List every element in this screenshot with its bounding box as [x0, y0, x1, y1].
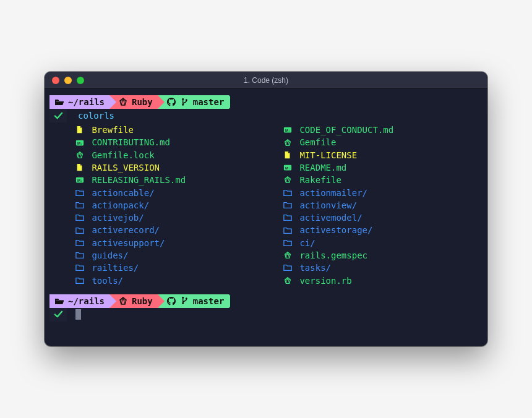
- file-name: Gemfile.lock: [87, 149, 155, 161]
- folder-open-icon: [54, 97, 64, 107]
- list-item: activejob/: [73, 211, 275, 224]
- list-item: version.rb: [281, 275, 483, 287]
- file-name: RAILS_VERSION: [87, 161, 160, 174]
- list-item: actioncable/: [73, 187, 275, 199]
- file-name: MIT-LICENSE: [294, 149, 357, 161]
- folder-icon: [281, 226, 294, 235]
- md-icon: [281, 163, 294, 172]
- list-item: tasks/: [281, 262, 483, 274]
- file-name: activestorage/: [294, 224, 372, 236]
- folder-icon: [281, 189, 294, 197]
- gem-icon: [118, 296, 128, 306]
- branch-icon: [180, 296, 189, 305]
- command-text: colorls: [78, 109, 114, 122]
- list-item: MIT-LICENSE: [281, 149, 483, 161]
- prompt-ruby: Ruby: [132, 295, 153, 307]
- file-name: actionview/: [294, 199, 357, 211]
- gem-icon: [73, 151, 87, 160]
- cursor: [75, 309, 81, 320]
- folder-icon: [73, 263, 87, 272]
- folder-icon: [73, 251, 87, 260]
- file-name: tasks/: [294, 262, 331, 274]
- check-icon: [49, 308, 67, 322]
- folder-icon: [281, 213, 294, 222]
- terminal-body[interactable]: ~/rails Ruby master colorls Brewfile CON…: [45, 89, 487, 346]
- command-line: [49, 308, 483, 322]
- file-name: activemodel/: [294, 211, 363, 224]
- prompt-line: ~/rails Ruby master: [49, 294, 483, 308]
- list-item: RAILS_VERSION: [73, 161, 275, 174]
- list-item: CONTRIBUTING.md: [73, 136, 275, 148]
- folder-icon: [281, 201, 294, 210]
- list-item: rails.gemspec: [281, 249, 483, 262]
- list-item: actionpack/: [73, 199, 275, 211]
- folder-icon: [73, 276, 87, 285]
- file-name: Rakefile: [294, 174, 341, 186]
- file-name: Gemfile: [294, 136, 336, 148]
- check-icon: [49, 109, 67, 122]
- folder-icon: [73, 189, 87, 197]
- gem-icon: [281, 176, 294, 184]
- list-item: tools/: [73, 275, 275, 287]
- titlebar: 1. Code (zsh): [45, 72, 487, 89]
- file-icon: [73, 163, 87, 172]
- github-icon: [166, 97, 176, 107]
- list-item: railties/: [73, 262, 275, 274]
- gem-icon: [281, 139, 294, 147]
- file-name: actioncable/: [87, 187, 155, 199]
- terminal-window: 1. Code (zsh) ~/rails Ruby master colorl…: [45, 72, 487, 346]
- list-item: Gemfile: [281, 136, 483, 148]
- list-item: guides/: [73, 249, 275, 262]
- file-name: rails.gemspec: [294, 249, 367, 262]
- file-name: guides/: [87, 249, 128, 262]
- file-name: CONTRIBUTING.md: [87, 136, 170, 148]
- file-name: activesupport/: [87, 237, 165, 249]
- folder-icon: [73, 239, 87, 247]
- file-name: CODE_OF_CONDUCT.md: [294, 124, 393, 136]
- prompt-branch: master: [193, 96, 225, 108]
- folder-icon: [281, 239, 294, 247]
- prompt-path: ~/rails: [68, 295, 105, 307]
- file-name: actionpack/: [87, 199, 149, 211]
- prompt-segment-ruby: Ruby: [109, 294, 158, 308]
- file-icon: [281, 151, 294, 160]
- file-name: version.rb: [294, 275, 352, 287]
- file-name: ci/: [294, 237, 315, 249]
- prompt-line: ~/rails Ruby master: [49, 95, 483, 109]
- github-icon: [166, 296, 176, 306]
- md-icon: [73, 139, 87, 147]
- branch-icon: [180, 98, 189, 107]
- file-name: activejob/: [87, 211, 144, 224]
- file-name: actionmailer/: [294, 187, 367, 199]
- list-item: activestorage/: [281, 224, 483, 236]
- md-icon: [281, 126, 294, 134]
- list-item: actionmailer/: [281, 187, 483, 199]
- prompt-segment-ruby: Ruby: [109, 95, 158, 109]
- file-name: README.md: [294, 161, 346, 174]
- file-listing: Brewfile CONTRIBUTING.md Gemfile.lock RA…: [49, 124, 483, 287]
- prompt-segment-git: master: [158, 95, 230, 109]
- list-item: activesupport/: [73, 237, 275, 249]
- prompt-ruby: Ruby: [132, 96, 153, 108]
- md-icon: [73, 176, 87, 184]
- folder-icon: [73, 226, 87, 235]
- list-item: activemodel/: [281, 211, 483, 224]
- prompt-segment-git: master: [158, 294, 230, 308]
- folder-open-icon: [54, 296, 64, 306]
- file-name: activerecord/: [87, 224, 160, 236]
- file-name: railties/: [87, 262, 139, 274]
- gem-icon: [281, 276, 294, 285]
- list-item: RELEASING_RAILS.md: [73, 174, 275, 186]
- gem-icon: [281, 251, 294, 260]
- list-item: README.md: [281, 161, 483, 174]
- list-item: Rakefile: [281, 174, 483, 186]
- list-item: CODE_OF_CONDUCT.md: [281, 124, 483, 136]
- window-title: 1. Code (zsh): [45, 76, 487, 85]
- file-name: tools/: [87, 275, 123, 287]
- list-item: actionview/: [281, 199, 483, 211]
- command-line: colorls: [49, 109, 483, 122]
- list-item: activerecord/: [73, 224, 275, 236]
- file-name: Brewfile: [87, 124, 134, 136]
- list-item: ci/: [281, 237, 483, 249]
- list-item: Gemfile.lock: [73, 149, 275, 161]
